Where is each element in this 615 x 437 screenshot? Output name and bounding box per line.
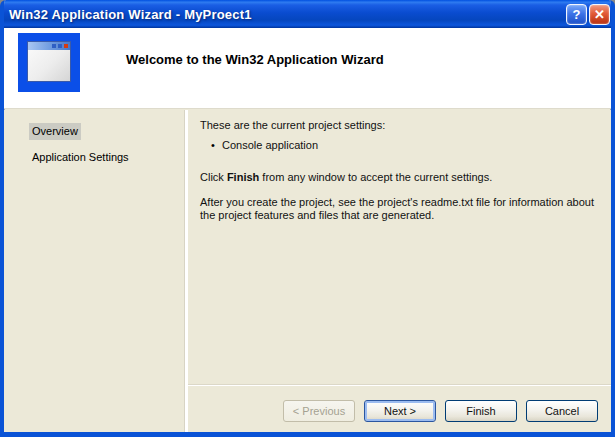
close-icon: ✕ <box>594 7 605 22</box>
help-icon: ? <box>573 7 581 22</box>
titlebar[interactable]: Win32 Application Wizard - MyProect1 ? ✕ <box>0 0 615 28</box>
wizard-dialog: Win32 Application Wizard - MyProect1 ? ✕… <box>0 0 615 437</box>
sidebar-item-label: Overview <box>29 123 81 140</box>
mini-close-dot-icon <box>64 44 68 48</box>
wizard-sidebar: Overview Application Settings <box>4 110 184 432</box>
close-button[interactable]: ✕ <box>589 4 610 25</box>
window-title: Win32 Application Wizard - MyProect1 <box>0 7 252 22</box>
finish-instruction-pre: Click <box>200 171 227 183</box>
finish-instruction-bold: Finish <box>227 171 259 183</box>
settings-intro-text: These are the current project settings: <box>200 119 608 132</box>
sidebar-item-label: Application Settings <box>29 149 132 166</box>
finish-instruction-text: Click Finish from any window to accept t… <box>200 171 608 184</box>
readme-note-text: After you create the project, see the pr… <box>200 196 608 222</box>
previous-button[interactable]: < Previous <box>283 400 355 422</box>
settings-list-item: •Console application <box>200 139 608 152</box>
mini-window-titlebar <box>28 42 70 50</box>
cancel-button[interactable]: Cancel <box>526 400 598 422</box>
settings-item-text: Console application <box>222 139 318 151</box>
wizard-button-row: < Previous Next > Finish Cancel <box>283 400 598 422</box>
sidebar-item-application-settings[interactable]: Application Settings <box>29 149 184 166</box>
finish-button[interactable]: Finish <box>445 400 517 422</box>
wizard-content: These are the current project settings: … <box>188 110 611 432</box>
sidebar-item-overview[interactable]: Overview <box>29 123 184 140</box>
mini-window-graphic <box>27 41 71 82</box>
finish-instruction-post: from any window to accept the current se… <box>259 171 492 183</box>
dialog-body: Overview Application Settings These are … <box>4 110 611 432</box>
next-button[interactable]: Next > <box>364 400 436 422</box>
help-button[interactable]: ? <box>566 4 587 25</box>
wizard-header: Welcome to the Win32 Application Wizard <box>4 28 611 109</box>
mini-caption-dot-icon <box>52 44 56 48</box>
bullet-icon: • <box>211 139 222 152</box>
page-title: Welcome to the Win32 Application Wizard <box>126 52 384 67</box>
footer-separator <box>188 384 611 386</box>
mini-caption-dot-icon <box>58 44 62 48</box>
window-app-icon <box>18 33 80 92</box>
